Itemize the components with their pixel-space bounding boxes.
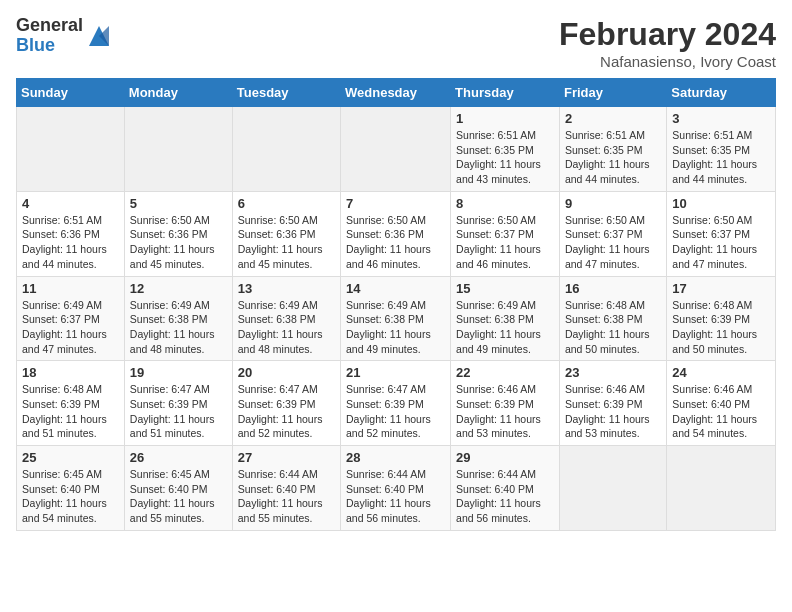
- day-number: 22: [456, 365, 554, 380]
- month-title: February 2024: [559, 16, 776, 53]
- day-number: 6: [238, 196, 335, 211]
- calendar-cell: 10Sunrise: 6:50 AM Sunset: 6:37 PM Dayli…: [667, 191, 776, 276]
- calendar-cell: 21Sunrise: 6:47 AM Sunset: 6:39 PM Dayli…: [341, 361, 451, 446]
- day-info: Sunrise: 6:49 AM Sunset: 6:37 PM Dayligh…: [22, 298, 119, 357]
- day-info: Sunrise: 6:49 AM Sunset: 6:38 PM Dayligh…: [456, 298, 554, 357]
- day-number: 20: [238, 365, 335, 380]
- day-info: Sunrise: 6:44 AM Sunset: 6:40 PM Dayligh…: [456, 467, 554, 526]
- calendar-cell: 22Sunrise: 6:46 AM Sunset: 6:39 PM Dayli…: [451, 361, 560, 446]
- day-info: Sunrise: 6:48 AM Sunset: 6:39 PM Dayligh…: [672, 298, 770, 357]
- day-info: Sunrise: 6:46 AM Sunset: 6:40 PM Dayligh…: [672, 382, 770, 441]
- calendar-cell: 9Sunrise: 6:50 AM Sunset: 6:37 PM Daylig…: [559, 191, 666, 276]
- day-info: Sunrise: 6:50 AM Sunset: 6:36 PM Dayligh…: [238, 213, 335, 272]
- calendar-cell: 26Sunrise: 6:45 AM Sunset: 6:40 PM Dayli…: [124, 446, 232, 531]
- weekday-header: Sunday: [17, 79, 125, 107]
- day-info: Sunrise: 6:48 AM Sunset: 6:38 PM Dayligh…: [565, 298, 661, 357]
- day-number: 21: [346, 365, 445, 380]
- weekday-header: Saturday: [667, 79, 776, 107]
- calendar-cell: [232, 107, 340, 192]
- day-info: Sunrise: 6:49 AM Sunset: 6:38 PM Dayligh…: [130, 298, 227, 357]
- day-number: 3: [672, 111, 770, 126]
- day-number: 12: [130, 281, 227, 296]
- day-info: Sunrise: 6:49 AM Sunset: 6:38 PM Dayligh…: [238, 298, 335, 357]
- day-number: 18: [22, 365, 119, 380]
- day-info: Sunrise: 6:51 AM Sunset: 6:35 PM Dayligh…: [672, 128, 770, 187]
- day-number: 28: [346, 450, 445, 465]
- day-number: 4: [22, 196, 119, 211]
- calendar-cell: 24Sunrise: 6:46 AM Sunset: 6:40 PM Dayli…: [667, 361, 776, 446]
- day-info: Sunrise: 6:50 AM Sunset: 6:37 PM Dayligh…: [672, 213, 770, 272]
- calendar-cell: 14Sunrise: 6:49 AM Sunset: 6:38 PM Dayli…: [341, 276, 451, 361]
- weekday-header: Monday: [124, 79, 232, 107]
- day-number: 25: [22, 450, 119, 465]
- title-block: February 2024 Nafanasienso, Ivory Coast: [559, 16, 776, 70]
- weekday-header: Tuesday: [232, 79, 340, 107]
- day-number: 13: [238, 281, 335, 296]
- day-number: 9: [565, 196, 661, 211]
- calendar-cell: 3Sunrise: 6:51 AM Sunset: 6:35 PM Daylig…: [667, 107, 776, 192]
- calendar-cell: 11Sunrise: 6:49 AM Sunset: 6:37 PM Dayli…: [17, 276, 125, 361]
- day-info: Sunrise: 6:49 AM Sunset: 6:38 PM Dayligh…: [346, 298, 445, 357]
- day-number: 8: [456, 196, 554, 211]
- calendar-cell: 5Sunrise: 6:50 AM Sunset: 6:36 PM Daylig…: [124, 191, 232, 276]
- day-info: Sunrise: 6:51 AM Sunset: 6:35 PM Dayligh…: [456, 128, 554, 187]
- day-info: Sunrise: 6:48 AM Sunset: 6:39 PM Dayligh…: [22, 382, 119, 441]
- logo: General Blue: [16, 16, 113, 56]
- calendar-cell: 29Sunrise: 6:44 AM Sunset: 6:40 PM Dayli…: [451, 446, 560, 531]
- day-info: Sunrise: 6:47 AM Sunset: 6:39 PM Dayligh…: [346, 382, 445, 441]
- day-number: 15: [456, 281, 554, 296]
- day-info: Sunrise: 6:45 AM Sunset: 6:40 PM Dayligh…: [130, 467, 227, 526]
- day-number: 19: [130, 365, 227, 380]
- day-number: 11: [22, 281, 119, 296]
- calendar-cell: 12Sunrise: 6:49 AM Sunset: 6:38 PM Dayli…: [124, 276, 232, 361]
- calendar-cell: [341, 107, 451, 192]
- day-number: 1: [456, 111, 554, 126]
- calendar-table: SundayMondayTuesdayWednesdayThursdayFrid…: [16, 78, 776, 531]
- day-info: Sunrise: 6:47 AM Sunset: 6:39 PM Dayligh…: [130, 382, 227, 441]
- calendar-cell: [124, 107, 232, 192]
- day-number: 29: [456, 450, 554, 465]
- day-info: Sunrise: 6:44 AM Sunset: 6:40 PM Dayligh…: [238, 467, 335, 526]
- calendar-cell: [17, 107, 125, 192]
- calendar-cell: 6Sunrise: 6:50 AM Sunset: 6:36 PM Daylig…: [232, 191, 340, 276]
- day-info: Sunrise: 6:50 AM Sunset: 6:36 PM Dayligh…: [130, 213, 227, 272]
- day-number: 2: [565, 111, 661, 126]
- calendar-cell: 13Sunrise: 6:49 AM Sunset: 6:38 PM Dayli…: [232, 276, 340, 361]
- calendar-cell: 17Sunrise: 6:48 AM Sunset: 6:39 PM Dayli…: [667, 276, 776, 361]
- page-header: General Blue February 2024 Nafanasienso,…: [16, 16, 776, 70]
- day-info: Sunrise: 6:50 AM Sunset: 6:36 PM Dayligh…: [346, 213, 445, 272]
- calendar-week-row: 25Sunrise: 6:45 AM Sunset: 6:40 PM Dayli…: [17, 446, 776, 531]
- logo-blue: Blue: [16, 36, 83, 56]
- calendar-cell: 15Sunrise: 6:49 AM Sunset: 6:38 PM Dayli…: [451, 276, 560, 361]
- calendar-cell: 27Sunrise: 6:44 AM Sunset: 6:40 PM Dayli…: [232, 446, 340, 531]
- day-info: Sunrise: 6:50 AM Sunset: 6:37 PM Dayligh…: [565, 213, 661, 272]
- day-info: Sunrise: 6:45 AM Sunset: 6:40 PM Dayligh…: [22, 467, 119, 526]
- day-info: Sunrise: 6:47 AM Sunset: 6:39 PM Dayligh…: [238, 382, 335, 441]
- weekday-header: Wednesday: [341, 79, 451, 107]
- calendar-cell: 16Sunrise: 6:48 AM Sunset: 6:38 PM Dayli…: [559, 276, 666, 361]
- calendar-cell: 8Sunrise: 6:50 AM Sunset: 6:37 PM Daylig…: [451, 191, 560, 276]
- day-info: Sunrise: 6:51 AM Sunset: 6:35 PM Dayligh…: [565, 128, 661, 187]
- day-number: 26: [130, 450, 227, 465]
- day-info: Sunrise: 6:46 AM Sunset: 6:39 PM Dayligh…: [456, 382, 554, 441]
- day-number: 24: [672, 365, 770, 380]
- calendar-cell: 25Sunrise: 6:45 AM Sunset: 6:40 PM Dayli…: [17, 446, 125, 531]
- day-number: 14: [346, 281, 445, 296]
- day-number: 10: [672, 196, 770, 211]
- logo-icon: [85, 22, 113, 50]
- calendar-cell: 23Sunrise: 6:46 AM Sunset: 6:39 PM Dayli…: [559, 361, 666, 446]
- calendar-week-row: 18Sunrise: 6:48 AM Sunset: 6:39 PM Dayli…: [17, 361, 776, 446]
- calendar-cell: 19Sunrise: 6:47 AM Sunset: 6:39 PM Dayli…: [124, 361, 232, 446]
- day-number: 27: [238, 450, 335, 465]
- day-number: 17: [672, 281, 770, 296]
- calendar-cell: 20Sunrise: 6:47 AM Sunset: 6:39 PM Dayli…: [232, 361, 340, 446]
- logo-general: General: [16, 16, 83, 36]
- calendar-cell: 28Sunrise: 6:44 AM Sunset: 6:40 PM Dayli…: [341, 446, 451, 531]
- day-info: Sunrise: 6:44 AM Sunset: 6:40 PM Dayligh…: [346, 467, 445, 526]
- day-number: 5: [130, 196, 227, 211]
- calendar-cell: 1Sunrise: 6:51 AM Sunset: 6:35 PM Daylig…: [451, 107, 560, 192]
- calendar-cell: 7Sunrise: 6:50 AM Sunset: 6:36 PM Daylig…: [341, 191, 451, 276]
- calendar-cell: [667, 446, 776, 531]
- calendar-week-row: 1Sunrise: 6:51 AM Sunset: 6:35 PM Daylig…: [17, 107, 776, 192]
- day-info: Sunrise: 6:46 AM Sunset: 6:39 PM Dayligh…: [565, 382, 661, 441]
